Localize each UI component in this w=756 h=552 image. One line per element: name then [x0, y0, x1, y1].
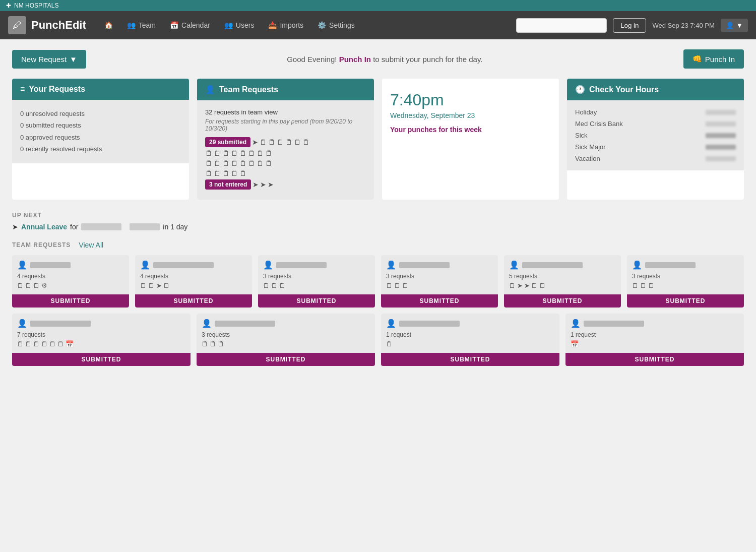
team-member-card[interactable]: 👤 3 requests 🗒 🗒 🗒 SUBMITTED [627, 255, 744, 308]
nav-users[interactable]: 👥 Users [218, 17, 261, 33]
datetime-display: Wed Sep 23 7:40 PM [652, 22, 714, 29]
name-blurred [645, 262, 696, 268]
team-req-icon: 👤 [205, 85, 215, 94]
team-requests-body: 32 requests in team view For requests st… [197, 100, 374, 200]
team-member-body: 👤 3 requests 🗒 🗒 🗒 [197, 314, 375, 353]
punch-in-button[interactable]: 👊 Punch In [683, 49, 744, 69]
team-member-card[interactable]: 👤 3 requests 🗒 🗒 🗒 SUBMITTED [197, 314, 375, 366]
login-button[interactable]: Log in [613, 18, 646, 33]
team-member-body: 👤 3 requests 🗒 🗒 🗒 [627, 255, 744, 294]
clock-time: 7:40pm [390, 91, 551, 109]
name-blurred [215, 321, 275, 327]
imports-icon: 📥 [268, 21, 277, 29]
team-member-body: 👤 1 request 📅 [565, 314, 744, 353]
nav-links: 🏠 👥 Team 📅 Calendar 👥 Users 📥 Imports ⚙️… [98, 17, 516, 33]
your-requests-body: 0 unresolved requests 0 submitted reques… [12, 100, 189, 163]
requests-count: 7 requests [17, 331, 185, 338]
requests-count: 1 request [386, 331, 554, 338]
team-requests-label: TEAM REQUESTS [12, 241, 71, 249]
check-hours-body: Holiday Med Crisis Bank Sick Sick Major … [567, 100, 744, 170]
team-member-card[interactable]: 👤 3 requests 🗒 🗒 🗒 SUBMITTED [381, 255, 498, 308]
nav-imports[interactable]: 📥 Imports [262, 17, 309, 33]
team-cards-row2: 👤 7 requests 🗒 🗒 🗒 🗒 🗒 🗒 📅 SUBMITTE [12, 314, 744, 366]
team-member-name: 👤 [509, 260, 616, 270]
view-all-link[interactable]: View All [79, 241, 103, 249]
team-member-name: 👤 [263, 260, 370, 270]
user-icon: 👤 [386, 260, 396, 270]
user-menu-button[interactable]: 👤 ▼ [721, 19, 748, 32]
up-next-label: UP NEXT [12, 212, 744, 219]
nav-home[interactable]: 🏠 [98, 17, 119, 33]
request-type-icons: 🗒 🗒 ➤ 🗒 [140, 282, 247, 289]
hospital-name: NM HOSPITALS [14, 2, 58, 9]
settings-icon: ⚙️ [318, 21, 326, 29]
submitted-footer: SUBMITTED [627, 294, 744, 308]
name-blurred [276, 262, 327, 268]
requests-count: 3 requests [263, 273, 370, 280]
submitted-footer: SUBMITTED [12, 353, 191, 366]
hours-sick: Sick [575, 130, 736, 141]
nav-calendar[interactable]: 📅 Calendar [164, 17, 216, 33]
holiday-bar [706, 110, 736, 115]
name-blurred [522, 262, 583, 268]
team-member-card[interactable]: 👤 1 request 🗒 SUBMITTED [381, 314, 559, 366]
search-input[interactable] [516, 18, 607, 33]
hospital-bar: ✚ NM HOSPITALS [0, 0, 756, 11]
requests-count: 5 requests [509, 273, 616, 280]
user-icon: 👤 [17, 260, 27, 270]
user-icon: 👤 [202, 319, 212, 328]
up-next-link[interactable]: Annual Leave [21, 223, 67, 231]
greeting-text: Good Evening! Punch In to submit your pu… [287, 55, 482, 64]
team-member-card[interactable]: 👤 3 requests 🗒 🗒 🗒 SUBMITTED [258, 255, 375, 308]
team-member-name: 👤 [17, 260, 124, 270]
up-next-arrow-icon: ➤ [12, 223, 18, 231]
requests-count: 3 requests [202, 331, 370, 338]
team-member-card[interactable]: 👤 4 requests 🗒 🗒 🗒 ⚙ SUBMITTED [12, 255, 129, 308]
team-member-body: 👤 4 requests 🗒 🗒 🗒 ⚙ [12, 255, 129, 294]
user-avatar-icon: 👤 [726, 22, 734, 29]
team-member-body: 👤 1 request 🗒 [381, 314, 559, 353]
new-request-label: New Request [21, 55, 67, 64]
team-member-card[interactable]: 👤 4 requests 🗒 🗒 ➤ 🗒 SUBMITTED [135, 255, 252, 308]
request-type-icons: 🗒 🗒 🗒 [386, 282, 493, 289]
navbar: 🖊 PunchEdit 🏠 👥 Team 📅 Calendar 👥 Users … [0, 11, 756, 39]
team-member-card[interactable]: 👤 5 requests 🗒 ➤ ➤ 🗒 🗒 SUBMITTED [504, 255, 621, 308]
new-request-button[interactable]: New Request ▼ [12, 50, 86, 69]
not-entered-badge: 3 not entered [205, 179, 251, 190]
name-blurred [399, 262, 450, 268]
clock-date: Wednesday, September 23 [390, 111, 551, 119]
icons-row-2: 🗒 🗒 🗒 🗒 🗒 🗒 🗒 🗒 [205, 149, 366, 157]
not-entered-row: 3 not entered ➤ ➤ ➤ [205, 179, 366, 190]
team-member-name: 👤 [632, 260, 739, 270]
icons-row-4: 🗒 🗒 🗒 🗒 🗒 [205, 169, 366, 177]
stat-submitted: 0 submitted requests [20, 119, 181, 131]
punches-link[interactable]: Your punches for this week [390, 126, 482, 134]
request-type-icons: 🗒 [386, 340, 554, 348]
sick-major-bar [706, 145, 736, 150]
team-member-body: 👤 4 requests 🗒 🗒 ➤ 🗒 [135, 255, 252, 294]
submitted-footer: SUBMITTED [135, 294, 252, 308]
cards-row: ≡ Your Requests 0 unresolved requests 0 … [12, 79, 744, 200]
submitted-footer: SUBMITTED [381, 294, 498, 308]
user-icon: 👤 [571, 319, 581, 328]
request-type-icons: 🗒 🗒 🗒 🗒 🗒 🗒 📅 [17, 340, 185, 348]
user-icon: 👤 [509, 260, 519, 270]
team-cards-row1: 👤 4 requests 🗒 🗒 🗒 ⚙ SUBMITTED [12, 255, 744, 308]
brand-logo[interactable]: 🖊 PunchEdit [8, 16, 86, 34]
up-next-item: ➤ Annual Leave for in 1 day [12, 223, 744, 231]
team-member-card[interactable]: 👤 1 request 📅 SUBMITTED [565, 314, 744, 366]
team-member-body: 👤 5 requests 🗒 ➤ ➤ 🗒 🗒 [504, 255, 621, 294]
requests-count: 1 request [571, 331, 739, 338]
user-icon: 👤 [263, 260, 273, 270]
nav-settings[interactable]: ⚙️ Settings [311, 17, 361, 33]
submitted-badge: 29 submitted [205, 137, 250, 147]
user-menu-chevron: ▼ [736, 22, 743, 29]
user-icon: 👤 [140, 260, 150, 270]
team-member-card[interactable]: 👤 7 requests 🗒 🗒 🗒 🗒 🗒 🗒 📅 SUBMITTE [12, 314, 191, 366]
team-member-body: 👤 7 requests 🗒 🗒 🗒 🗒 🗒 🗒 📅 [12, 314, 191, 353]
your-requests-card: ≡ Your Requests 0 unresolved requests 0 … [12, 79, 189, 200]
team-requests-header: 👤 Team Requests [197, 79, 374, 100]
request-type-icons: 🗒 ➤ ➤ 🗒 🗒 [509, 282, 616, 289]
nav-team[interactable]: 👥 Team [121, 17, 162, 33]
name-blurred [584, 321, 644, 327]
